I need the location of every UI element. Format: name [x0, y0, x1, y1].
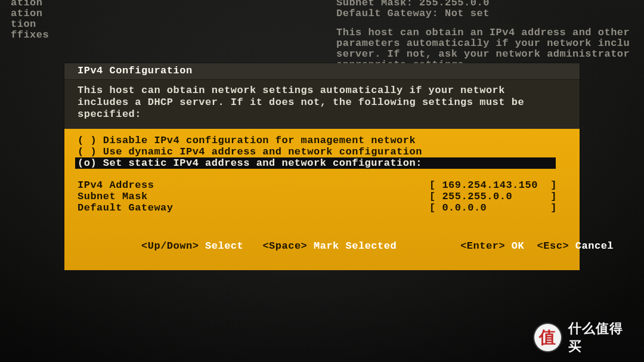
- ipv4-config-dialog: IPv4 Configuration This host can obtain …: [64, 63, 580, 252]
- option-static-ipv4[interactable]: (o) Set static IPv4 address and network …: [78, 157, 566, 169]
- hint-bar: <Up/Down> Select <Space> Mark Selected <…: [78, 229, 566, 263]
- hint-enter-key: <Enter>: [460, 240, 505, 252]
- dialog-body: ( ) Disable IPv4 configuration for manag…: [64, 129, 580, 270]
- field-subnet-mask: Subnet Mask [ 255.255.0.0 ]: [78, 191, 566, 202]
- bg-left-text: ation ation tion ffixes: [11, 0, 49, 41]
- dialog-title-bar: IPv4 Configuration: [64, 63, 580, 80]
- field-label: Subnet Mask: [78, 191, 148, 202]
- watermark-icon: 值: [534, 324, 561, 351]
- field-label: IPv4 Address: [78, 180, 154, 191]
- hint-esc-key: <Esc>: [537, 240, 569, 252]
- field-default-gateway: Default Gateway [ 0.0.0.0 ]: [78, 202, 566, 214]
- hint-enter-label[interactable]: OK: [512, 240, 524, 252]
- hint-space-key: <Space>: [262, 240, 307, 252]
- watermark-text: 什么值得买: [568, 320, 636, 355]
- field-value-ipv4[interactable]: [ 169.254.143.150 ]: [429, 180, 566, 191]
- screen: ation ation tion ffixes Subnet Mask: 255…: [0, 0, 644, 362]
- hint-updown-label: Select: [205, 240, 243, 252]
- watermark: 值 什么值得买: [534, 321, 636, 354]
- option-disable-ipv4[interactable]: ( ) Disable IPv4 configuration for manag…: [78, 135, 566, 146]
- bg-right-text-1: Subnet Mask: 255.255.0.0 Default Gateway…: [336, 0, 490, 19]
- static-fields: IPv4 Address [ 169.254.143.150 ] Subnet …: [78, 180, 566, 214]
- field-label: Default Gateway: [78, 202, 174, 214]
- hint-updown-key: <Up/Down>: [141, 240, 199, 252]
- hint-space-label: Mark Selected: [314, 240, 397, 252]
- dialog-title: IPv4 Configuration: [78, 65, 193, 76]
- dialog-description: This host can obtain network settings au…: [64, 80, 580, 129]
- option-dynamic-ipv4[interactable]: ( ) Use dynamic IPv4 address and network…: [78, 146, 566, 157]
- field-value-subnet[interactable]: [ 255.255.0.0 ]: [429, 191, 566, 202]
- field-value-gateway[interactable]: [ 0.0.0.0 ]: [429, 202, 566, 214]
- field-ipv4-address: IPv4 Address [ 169.254.143.150 ]: [78, 180, 566, 191]
- hint-esc-label[interactable]: Cancel: [575, 240, 614, 252]
